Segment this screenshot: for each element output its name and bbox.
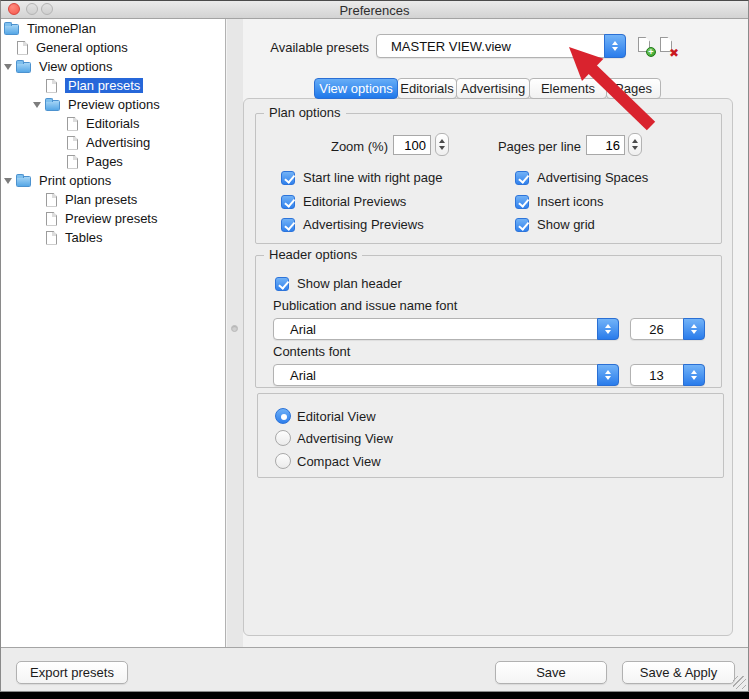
export-presets-button[interactable]: Export presets [16,661,128,684]
folder-icon [4,24,19,35]
tree-item-label: Preview presets [65,211,157,226]
publication-font-label: Publication and issue name font [273,298,457,313]
checkbox-insert-icons[interactable]: Insert icons [515,194,603,209]
sidebar-item-tables[interactable]: Tables [1,228,225,247]
file-icon [46,79,57,93]
sidebar-item-timoneplan[interactable]: TimonePlan [1,19,225,38]
sidebar-item-general-options[interactable]: General options [1,38,225,57]
pages-per-line-stepper[interactable] [628,133,642,156]
radio-compact-view[interactable]: Compact View [275,453,381,469]
tab-editorials[interactable]: Editorials [397,78,457,99]
tree-item-label: Advertising [86,135,150,150]
radio-editorial-view[interactable]: Editorial View [275,408,376,424]
checkbox-start-line-with-right-page[interactable]: Start line with right page [281,170,442,185]
tree-item-label: View options [39,59,112,74]
pages-per-line-input[interactable]: 16 [586,135,625,155]
save-apply-button[interactable]: Save & Apply [622,661,735,684]
checkbox-label: Show plan header [297,276,402,291]
add-preset-button[interactable]: + [638,37,656,57]
contents-font-size-combobox[interactable]: 13 [630,364,705,386]
checkbox-checked-icon [281,218,295,232]
preferences-tree: TimonePlan General options View options … [1,19,226,647]
radio-unselected-icon [275,453,291,469]
sidebar-item-editorials[interactable]: Editorials [1,114,225,133]
tree-item-label: General options [36,40,128,55]
zoom-percent-input[interactable]: 100 [393,135,431,155]
radio-label: Editorial View [297,409,376,424]
file-icon [67,117,78,131]
checkbox-label: Start line with right page [303,170,442,185]
view-options-tab-panel: Plan options Zoom (%) 100 Pages per line… [243,98,733,636]
tree-item-label: Tables [65,230,103,245]
checkbox-label: Editorial Previews [303,194,406,209]
checkbox-label: Advertising Spaces [537,170,648,185]
publication-font-value: Arial [274,322,618,337]
sidebar-item-preview-presets[interactable]: Preview presets [1,209,225,228]
checkbox-show-plan-header[interactable]: Show plan header [275,276,402,291]
sidebar-item-print-options[interactable]: Print options [1,171,225,190]
file-icon [17,41,28,55]
disclosure-triangle-icon[interactable] [33,102,41,108]
disclosure-triangle-icon[interactable] [4,178,12,184]
radio-advertising-view[interactable]: Advertising View [275,430,393,446]
sidebar-item-preview-options[interactable]: Preview options [1,95,225,114]
checkbox-advertising-spaces[interactable]: Advertising Spaces [515,170,648,185]
splitter-dimple-icon [231,325,238,332]
contents-font-combobox[interactable]: Arial [273,364,619,386]
checkbox-show-grid[interactable]: Show grid [515,217,595,232]
combobox-stepper-icon [683,364,705,386]
available-presets-combobox[interactable]: MASTER VIEW.view [376,34,626,58]
checkbox-checked-icon [515,195,529,209]
disclosure-triangle-icon[interactable] [4,64,12,70]
main-area: TimonePlan General options View options … [1,19,748,647]
folder-icon [45,100,60,111]
file-icon [46,193,57,207]
sidebar-item-advertising[interactable]: Advertising [1,133,225,152]
window-title: Preferences [1,3,748,18]
checkbox-label: Insert icons [537,194,603,209]
publication-font-size-combobox[interactable]: 26 [630,318,705,340]
combobox-stepper-icon [604,34,626,58]
header-options-legend: Header options [264,247,362,262]
checkbox-checked-icon [281,195,295,209]
checkbox-editorial-previews[interactable]: Editorial Previews [281,194,406,209]
tab-elements[interactable]: Elements [529,78,607,99]
radio-unselected-icon [275,430,291,446]
pages-per-line-label: Pages per line [466,139,581,154]
checkbox-checked-icon [275,277,289,291]
tab-pages[interactable]: Pages [606,78,661,99]
sidebar-item-plan-presets[interactable]: Plan presets [1,76,225,95]
sidebar-item-pages[interactable]: Pages [1,152,225,171]
publication-font-combobox[interactable]: Arial [273,318,619,340]
tab-view-options[interactable]: View options [314,78,398,99]
available-presets-label: Available presets [263,40,369,55]
cross-badge-icon: ✖ [669,47,679,59]
zoom-percent-stepper[interactable] [435,133,449,156]
checkbox-advertising-previews[interactable]: Advertising Previews [281,217,424,232]
checkbox-checked-icon [515,218,529,232]
tree-item-label: Pages [86,154,123,169]
checkbox-checked-icon [281,171,295,185]
resize-grip-icon[interactable] [733,676,746,689]
contents-font-value: Arial [274,368,618,383]
preferences-window: Preferences TimonePlan General options V… [0,0,749,692]
sidebar-item-print-plan-presets[interactable]: Plan presets [1,190,225,209]
combobox-stepper-icon [683,318,705,340]
delete-preset-button[interactable]: ✖ [660,37,678,57]
file-icon [67,136,78,150]
radio-label: Compact View [297,454,381,469]
file-icon [46,231,57,245]
folder-icon [16,62,31,73]
plan-options-groupbox: Plan options Zoom (%) 100 Pages per line… [255,113,722,244]
combobox-stepper-icon [597,364,619,386]
tab-advertising[interactable]: Advertising [456,78,530,99]
save-button[interactable]: Save [495,661,607,684]
checkbox-label: Advertising Previews [303,217,424,232]
sidebar-item-view-options[interactable]: View options [1,57,225,76]
zoom-percent-label: Zoom (%) [256,139,388,154]
radio-selected-icon [275,408,291,424]
tree-item-label: TimonePlan [27,21,96,36]
tree-item-label: Plan presets [65,192,137,207]
titlebar: Preferences [1,1,748,19]
splitter-handle[interactable] [227,19,243,647]
